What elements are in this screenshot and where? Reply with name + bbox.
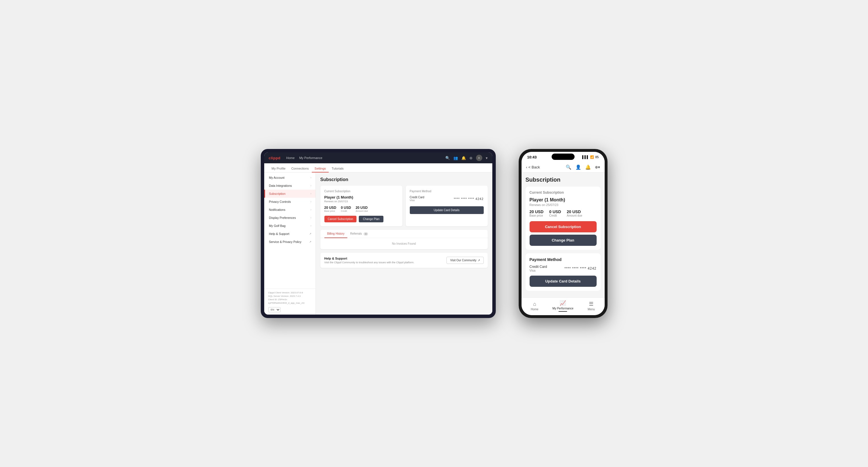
- tab-referrals[interactable]: Referrals 0: [347, 230, 371, 238]
- chevron-right-icon: ›: [311, 208, 311, 211]
- billing-section: Billing History Referrals 0 No Invoices …: [320, 230, 488, 249]
- external-link-icon: ↗: [309, 232, 311, 235]
- tablet-nav-icons: 🔍 👥 🔔 ⊕ A ▾: [445, 155, 488, 161]
- billing-empty-message: No Invoices Found: [320, 238, 488, 249]
- chevron-right-icon: ›: [311, 184, 311, 187]
- sidebar-item-privacy-policy[interactable]: Service & Privacy Policy ↗: [264, 238, 315, 246]
- bottom-nav-performance[interactable]: 📈 My Performance: [553, 300, 574, 312]
- phone-amount-due: 20 USD Amount due: [567, 210, 582, 217]
- phone-payment-row: Credit Card Visa **** **** **** 4242: [530, 265, 597, 272]
- external-link-icon: ↗: [478, 259, 480, 262]
- credit: 0 USD Credit: [341, 206, 351, 212]
- visit-community-button[interactable]: Visit Our Community ↗: [446, 257, 484, 264]
- sidebar-footer: Clippd Client Version: 2023.07.6-8 GQL S…: [264, 288, 315, 315]
- billing-tabs: Billing History Referrals 0: [320, 230, 488, 238]
- tablet-nav-links: Home My Performance: [286, 156, 440, 160]
- signal-icon: ▌▌▌: [582, 155, 589, 159]
- menu-icon: ☰: [589, 301, 593, 307]
- chevron-right-icon: ›: [311, 200, 311, 203]
- chevron-left-icon: ‹: [526, 165, 527, 169]
- page-title: Subscription: [320, 177, 488, 182]
- amount-due: 20 USD Amount due: [355, 206, 368, 212]
- sidebar-item-subscription[interactable]: Subscription ›: [264, 190, 315, 198]
- lang-dropdown[interactable]: EN: [268, 307, 281, 312]
- phone-payment-title: Payment Method: [530, 257, 597, 262]
- plan-name: Player (1 Month): [324, 195, 398, 199]
- active-tab-indicator: [559, 311, 567, 312]
- external-link-icon: ↗: [309, 240, 311, 243]
- sidebar-item-data-integrations[interactable]: Data Integrations ›: [264, 182, 315, 190]
- tab-tutorials[interactable]: Tutorials: [329, 165, 346, 173]
- bell-icon[interactable]: 🔔: [461, 156, 466, 160]
- help-section: Help & Support Visit the Clippd Communit…: [320, 253, 488, 268]
- tablet-screen: clippd Home My Performance 🔍 👥 🔔 ⊕ A ▾ M…: [264, 152, 492, 315]
- avatar[interactable]: A: [476, 155, 482, 161]
- back-button[interactable]: ‹ < Back: [526, 165, 540, 169]
- payment-section-title: Payment Method: [410, 190, 484, 193]
- bottom-nav-home[interactable]: ⌂ Home: [526, 301, 543, 311]
- phone-plan-name: Player (1 Month): [530, 197, 597, 203]
- search-icon[interactable]: 🔍: [566, 164, 571, 170]
- payment-info: Credit Card Visa **** **** **** 4242: [410, 196, 484, 202]
- chevron-right-icon: ›: [311, 216, 311, 219]
- phone-payment-section: Payment Method Credit Card Visa **** ***…: [526, 253, 601, 291]
- tablet-sidebar: My Account › Data Integrations › Subscri…: [264, 173, 316, 315]
- phone-update-card-button[interactable]: Update Card Details: [530, 276, 597, 287]
- change-plan-button[interactable]: Change Plan: [359, 216, 383, 222]
- subscription-cards: Current Subscription Player (1 Month) Re…: [320, 186, 488, 226]
- sidebar-item-display-preferences[interactable]: Display Preferences ›: [264, 214, 315, 222]
- payment-type-info: Credit Card Visa: [410, 196, 425, 202]
- circle-plus-icon[interactable]: ⊕▾: [595, 165, 600, 169]
- sidebar-item-help-support[interactable]: Help & Support ↗: [264, 230, 315, 238]
- current-sub-section-title: Current Subscription: [324, 190, 398, 193]
- phone-change-plan-button[interactable]: Change Plan: [530, 235, 597, 246]
- profile-icon[interactable]: 👤: [576, 164, 581, 170]
- status-icons: ▌▌▌ 📶 85: [582, 155, 599, 159]
- phone-base-price: 20 USD Base price: [530, 210, 544, 217]
- update-card-button[interactable]: Update Card Details: [410, 206, 484, 214]
- chevron-right-icon: ›: [311, 224, 311, 227]
- language-selector[interactable]: EN: [268, 307, 311, 312]
- sidebar-item-golf-bag[interactable]: My Golf Bag ›: [264, 222, 315, 230]
- bell-icon[interactable]: 🔔: [585, 164, 591, 170]
- payment-method-card: Payment Method Credit Card Visa **** ***…: [406, 186, 488, 226]
- phone-credit: 0 USD Credit: [549, 210, 561, 217]
- phone-cancel-subscription-button[interactable]: Cancel Subscription: [530, 221, 597, 232]
- chevron-down-icon[interactable]: ▾: [486, 156, 488, 160]
- phone-page-title: Subscription: [526, 177, 601, 183]
- tab-billing-history[interactable]: Billing History: [324, 230, 348, 238]
- phone-current-sub-card: Current Subscription Player (1 Month) Re…: [526, 187, 601, 250]
- cancel-subscription-button[interactable]: Cancel Subscription: [324, 216, 357, 222]
- sidebar-item-privacy-controls[interactable]: Privacy Controls ›: [264, 198, 315, 206]
- circle-plus-icon[interactable]: ⊕: [469, 156, 472, 160]
- phone-nav-icons: 🔍 👤 🔔 ⊕▾: [566, 164, 600, 170]
- nav-link-performance[interactable]: My Performance: [299, 156, 322, 160]
- phone-card-number: **** **** **** 4242: [564, 267, 597, 271]
- tablet-content: Subscription Current Subscription Player…: [316, 173, 492, 315]
- nav-link-home[interactable]: Home: [286, 156, 294, 160]
- chevron-right-icon: ›: [311, 192, 311, 195]
- phone-payment-type: Credit Card Visa: [530, 265, 547, 272]
- chevron-right-icon: ›: [311, 176, 311, 179]
- tab-settings[interactable]: Settings: [312, 165, 329, 173]
- sidebar-item-account[interactable]: My Account ›: [264, 174, 315, 182]
- home-icon: ⌂: [533, 301, 536, 307]
- tab-my-profile[interactable]: My Profile: [269, 165, 288, 173]
- performance-icon: 📈: [560, 300, 566, 306]
- sidebar-item-notifications[interactable]: Notifications ›: [264, 206, 315, 214]
- phone-sub-section-title: Current Subscription: [530, 190, 597, 194]
- status-time: 10:43: [527, 155, 537, 159]
- search-icon[interactable]: 🔍: [445, 156, 450, 160]
- bottom-nav-menu[interactable]: ☰ Menu: [583, 301, 600, 311]
- phone-content: Subscription Current Subscription Player…: [522, 173, 604, 298]
- tab-connections[interactable]: Connections: [288, 165, 311, 173]
- tablet-body: My Account › Data Integrations › Subscri…: [264, 173, 492, 315]
- subscription-buttons: Cancel Subscription Change Plan: [324, 216, 398, 222]
- tablet-logo: clippd: [269, 156, 281, 160]
- referrals-badge: 0: [364, 232, 368, 236]
- phone-screen: 10:43 ▌▌▌ 📶 85 ‹ < Back 🔍 👤 🔔 ⊕▾ Subscri…: [522, 152, 604, 315]
- subscription-amounts: 20 USD Base price 0 USD Credit 20 USD Am…: [324, 206, 398, 212]
- phone-bottom-nav: ⌂ Home 📈 My Performance ☰ Menu: [522, 298, 604, 315]
- tablet-tabs: My Profile Connections Settings Tutorial…: [264, 163, 492, 173]
- users-icon[interactable]: 👥: [453, 156, 458, 160]
